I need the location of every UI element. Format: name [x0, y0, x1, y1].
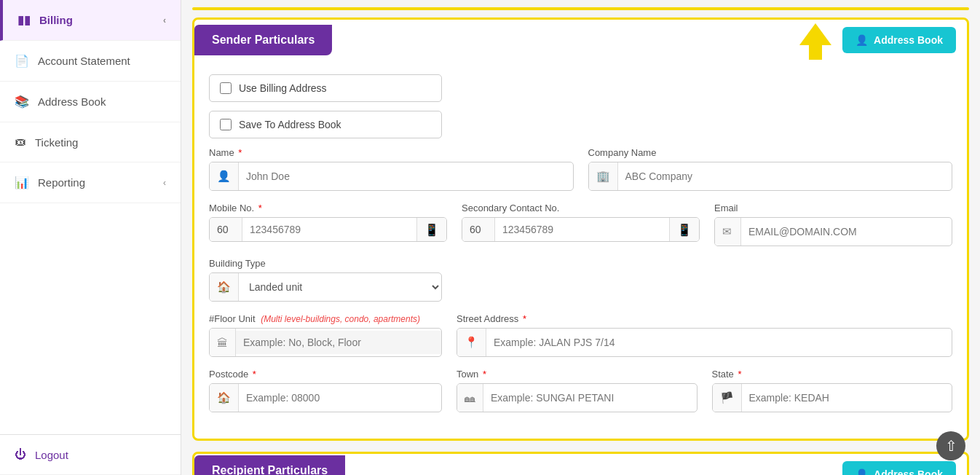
- save-address-row: Save To Address Book: [209, 111, 952, 138]
- company-group: Company Name 🏢: [588, 147, 953, 191]
- building-type-icon: 🏠: [210, 273, 239, 301]
- address-book-icon: 📚: [15, 95, 29, 109]
- name-group: Name * 👤: [209, 147, 574, 191]
- building-icon: 🏢: [589, 162, 618, 190]
- floor-unit-input-wrapper: 🏛: [209, 328, 442, 357]
- arrow-annotation: [799, 23, 831, 60]
- email-input[interactable]: [741, 220, 952, 243]
- sidebar-account-label: Account Statement: [38, 55, 130, 67]
- recipient-header: Recipient Particulars 👤 Address Book: [194, 454, 967, 475]
- postcode-input-wrapper: 🏠: [209, 383, 442, 412]
- mobile-input[interactable]: [242, 218, 416, 241]
- location-icon: 📍: [457, 329, 486, 356]
- sender-header: Sender Particulars 👤 Address Book: [194, 20, 967, 60]
- building-type-select-wrapper: 🏠 Landed unit Apartment/Condo Office: [209, 272, 442, 302]
- postcode-input[interactable]: [239, 386, 441, 409]
- postcode-town-state-row: Postcode * 🏠 Town * 🏘: [209, 369, 952, 412]
- postcode-group: Postcode * 🏠: [209, 369, 442, 412]
- arrow-stem: [809, 45, 822, 60]
- sidebar-billing-label: Billing: [39, 14, 73, 26]
- town-label: Town *: [457, 369, 698, 380]
- use-billing-text: Use Billing Address: [239, 82, 327, 94]
- save-address-text: Save To Address Book: [239, 119, 341, 130]
- mobile-phone-group: 60 📱: [209, 217, 447, 242]
- recipient-address-book-icon: 👤: [855, 468, 868, 475]
- street-label: Street Address *: [457, 313, 952, 324]
- building-type-label: Building Type: [209, 258, 442, 269]
- recipient-address-book-button[interactable]: 👤 Address Book: [842, 461, 956, 475]
- scroll-top-button[interactable]: ⇧: [936, 431, 965, 460]
- town-input[interactable]: [483, 386, 697, 409]
- floor-unit-group: #Floor Unit (Multi level-buildings, cond…: [209, 313, 442, 357]
- sidebar-item-ticketing[interactable]: 🎟 Ticketing: [0, 122, 181, 162]
- town-group: Town * 🏘: [457, 369, 698, 412]
- sidebar: ▮▮ Billing ‹ 📄 Account Statement 📚 Addre…: [0, 0, 181, 475]
- street-input[interactable]: [486, 331, 952, 354]
- sidebar-ticketing-label: Ticketing: [35, 136, 78, 149]
- state-input[interactable]: [742, 386, 952, 409]
- sidebar-bottom: ⏻ Logout: [0, 434, 181, 475]
- mobile-label: Mobile No. *: [209, 203, 447, 213]
- building-type-select[interactable]: Landed unit Apartment/Condo Office: [239, 275, 441, 299]
- recipient-address-book-label: Address Book: [874, 468, 943, 475]
- postcode-label: Postcode *: [209, 369, 442, 380]
- use-billing-label[interactable]: Use Billing Address: [209, 74, 442, 102]
- sender-section: Sender Particulars 👤 Address Book Use Bi…: [192, 17, 969, 441]
- company-label: Company Name: [588, 147, 953, 158]
- name-company-row: Name * 👤 Company Name 🏢: [209, 147, 952, 191]
- company-input-wrapper: 🏢: [588, 162, 953, 191]
- street-input-wrapper: 📍: [457, 328, 952, 357]
- sidebar-item-reporting[interactable]: 📊 Reporting ‹: [0, 162, 181, 203]
- town-icon: 🏘: [457, 384, 483, 412]
- save-address-label[interactable]: Save To Address Book: [209, 111, 442, 138]
- sender-address-book-button[interactable]: 👤 Address Book: [842, 27, 956, 53]
- sender-address-book-label: Address Book: [874, 34, 943, 46]
- state-input-wrapper: 🏴: [712, 383, 953, 412]
- secondary-input[interactable]: [495, 218, 669, 241]
- use-billing-checkbox[interactable]: [220, 82, 232, 94]
- yellow-arrow-icon: [799, 23, 831, 45]
- sidebar-reporting-label: Reporting: [38, 176, 85, 189]
- billing-icon: ▮▮: [17, 13, 31, 27]
- home-icon: 🏠: [210, 384, 239, 412]
- sidebar-item-address-book[interactable]: 📚 Address Book: [0, 82, 181, 122]
- email-group: Email ✉: [714, 203, 952, 246]
- name-label: Name *: [209, 147, 574, 158]
- state-group: State * 🏴: [712, 369, 953, 412]
- sender-form: Use Billing Address Save To Address Book…: [194, 74, 967, 412]
- sidebar-item-logout[interactable]: ⏻ Logout: [0, 435, 181, 475]
- floor-unit-input[interactable]: [236, 331, 441, 354]
- mobile-code: 60: [210, 218, 242, 241]
- main-content: Sender Particulars 👤 Address Book Use Bi…: [181, 0, 980, 475]
- building-row: Building Type 🏠 Landed unit Apartment/Co…: [209, 258, 952, 302]
- secondary-code: 60: [462, 218, 495, 241]
- sender-title: Sender Particulars: [194, 25, 332, 55]
- email-label: Email: [714, 203, 952, 213]
- person-icon: 👤: [210, 162, 239, 190]
- top-divider: [192, 7, 969, 10]
- state-label: State *: [712, 369, 953, 380]
- recipient-title: Recipient Particulars: [194, 455, 345, 475]
- scroll-top-icon: ⇧: [945, 437, 957, 455]
- email-icon: ✉: [715, 218, 741, 246]
- sidebar-item-account-statement[interactable]: 📄 Account Statement: [0, 41, 181, 82]
- company-input[interactable]: [618, 165, 952, 188]
- sidebar-item-billing[interactable]: ▮▮ Billing ‹: [0, 0, 181, 41]
- address-book-btn-icon: 👤: [855, 34, 868, 46]
- logout-icon: ⏻: [15, 448, 26, 461]
- secondary-label: Secondary Contact No.: [462, 203, 700, 213]
- secondary-phone-group: 60 📱: [462, 217, 700, 242]
- use-billing-row: Use Billing Address: [209, 74, 952, 102]
- email-input-wrapper: ✉: [714, 217, 952, 246]
- name-input[interactable]: [239, 165, 573, 188]
- secondary-phone-icon: 📱: [669, 218, 699, 241]
- name-input-wrapper: 👤: [209, 162, 574, 191]
- flag-icon: 🏴: [713, 384, 742, 412]
- reporting-icon: 📊: [15, 176, 29, 189]
- recipient-section: Recipient Particulars 👤 Address Book Del…: [192, 452, 969, 475]
- floor-unit-label: #Floor Unit (Multi level-buildings, cond…: [209, 313, 442, 324]
- account-statement-icon: 📄: [15, 54, 29, 68]
- save-address-checkbox[interactable]: [220, 119, 232, 130]
- chevron-icon: ‹: [163, 15, 166, 25]
- building-type-group: Building Type 🏠 Landed unit Apartment/Co…: [209, 258, 442, 302]
